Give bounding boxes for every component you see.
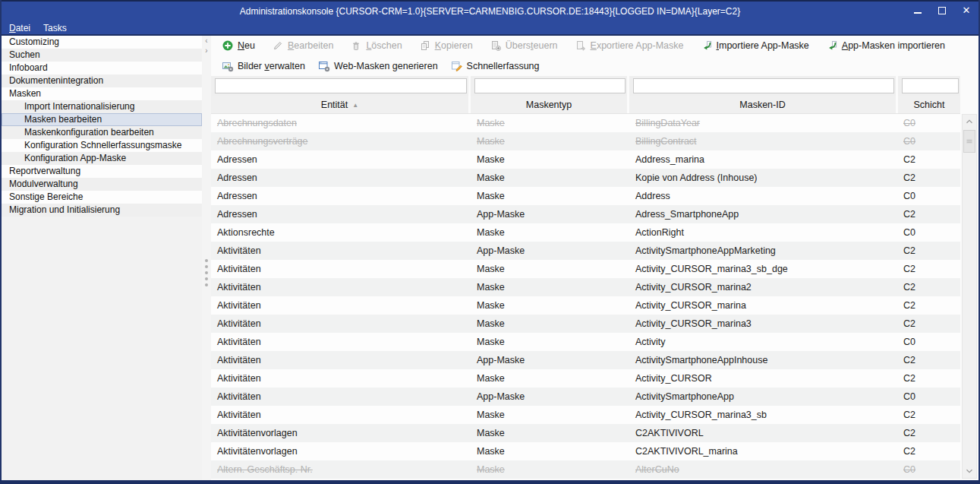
- toolbar-button-neu[interactable]: Neu: [222, 40, 255, 52]
- toolbar-button-kopieren[interactable]: Kopieren: [419, 40, 473, 52]
- filter-input-maskentyp[interactable]: [474, 78, 625, 93]
- scroll-up-button[interactable]: [963, 115, 976, 128]
- window-border-bottom[interactable]: [0, 480, 980, 484]
- sidebar-item-infoboard[interactable]: Infoboard: [2, 62, 202, 74]
- toolbar-button-label: Web-Masken generieren: [334, 61, 438, 71]
- sidebar-item-modulverwaltung[interactable]: Modulverwaltung: [2, 178, 202, 191]
- filter-cell: [629, 76, 898, 96]
- minimize-button[interactable]: [912, 5, 924, 17]
- sidebar-item-sonstige-bereiche[interactable]: Sonstige Bereiche: [2, 191, 202, 204]
- table-row[interactable]: AktionsrechteMaskeActionRightC0: [211, 223, 960, 242]
- chevron-up-icon: [964, 116, 975, 127]
- sidebar-splitter[interactable]: ‹ ›: [202, 36, 211, 480]
- cell-schicht: C0: [898, 187, 960, 205]
- filter-cell: [898, 76, 960, 96]
- maximize-button[interactable]: [936, 5, 948, 17]
- cell-entitaet: Altern. Geschäftsp. Nr.: [211, 460, 471, 479]
- table-row[interactable]: AktivitätenMaskeActivity_CURSOR_marina3_…: [211, 406, 960, 424]
- splitter-collapse-icon[interactable]: ‹: [202, 36, 211, 46]
- table-row[interactable]: AktivitätenMaskeActivity_CURSOR_marina3_…: [211, 260, 960, 278]
- cell-maskentyp: Maske: [471, 333, 629, 351]
- sidebar-item-reportverwaltung[interactable]: Reportverwaltung: [2, 165, 202, 178]
- cell-schicht: C2: [898, 169, 960, 187]
- sidebar-item-konfiguration-schnellerfassungsmaske[interactable]: Konfiguration Schnellerfassungsmaske: [2, 139, 202, 152]
- close-button[interactable]: ✕: [960, 5, 972, 17]
- toolbar-button-label: Löschen: [366, 40, 402, 51]
- table-row[interactable]: AktivitätenMaskeActivity_CURSOR_marina2C…: [211, 278, 960, 296]
- cell-schicht: C2: [898, 205, 960, 223]
- window-border-left[interactable]: [0, 0, 2, 484]
- sidebar-item-maskenkonfiguration-bearbeiten[interactable]: Maskenkonfiguration bearbeiten: [2, 126, 202, 139]
- table-row[interactable]: AktivitätenvorlagenMaskeC2AKTIVIVORL_mar…: [211, 442, 960, 460]
- toolbar-button-bearbeiten[interactable]: Bearbeiten: [272, 40, 333, 52]
- table-row[interactable]: AktivitätenApp-MaskeActivitySmartphoneAp…: [211, 242, 960, 260]
- column-header-label: Schicht: [914, 100, 945, 110]
- column-header-maskentyp[interactable]: Maskentyp: [471, 96, 629, 113]
- filter-input-masken-id[interactable]: [633, 78, 894, 93]
- import-icon: [826, 40, 838, 52]
- copy-icon: [419, 40, 431, 52]
- menu-item-datei[interactable]: Datei: [8, 23, 37, 33]
- toolbar-button-app-masken-importieren[interactable]: App-Masken importieren: [826, 40, 945, 52]
- sidebar-item-suchen[interactable]: Suchen: [2, 49, 202, 62]
- scroll-down-button[interactable]: [963, 464, 976, 478]
- table-row[interactable]: AktivitätenMaskeActivity_CURSORC2: [211, 369, 960, 388]
- content-area: CustomizingSuchenInfoboardDokumenteninte…: [2, 36, 978, 480]
- window-controls: ✕: [912, 0, 972, 21]
- cell-masken_id: Activity_CURSOR_marina3_sb: [629, 406, 898, 424]
- table-row[interactable]: AktivitätenvorlagenMaskeC2AKTIVIVORLC2: [211, 424, 960, 442]
- grid-filter-row: [211, 76, 960, 96]
- add-icon: [222, 40, 234, 52]
- table-row[interactable]: AbrechnungsverträgeMaskeBillingContractC…: [211, 132, 960, 150]
- scrollbar-thumb[interactable]: [963, 130, 975, 153]
- sidebar-item-import-internationalisierung[interactable]: Import Internationalisierung: [2, 100, 202, 113]
- table-row[interactable]: AktivitätenApp-MaskeActivitySmartphoneAp…: [211, 388, 960, 406]
- cell-masken_id: BillingDataYear: [629, 114, 898, 132]
- toolbar-button-löschen[interactable]: Löschen: [350, 40, 402, 52]
- cell-maskentyp: Maske: [471, 315, 629, 333]
- filter-input-entität[interactable]: [215, 78, 467, 93]
- sidebar-item-customizing[interactable]: Customizing: [2, 36, 202, 49]
- cell-schicht: C2: [898, 406, 960, 424]
- main-panel: NeuBearbeitenLöschenKopierenÜbersteuernE…: [211, 36, 978, 480]
- filter-input-schicht[interactable]: [902, 78, 959, 93]
- vertical-scrollbar[interactable]: [962, 114, 977, 479]
- sidebar-item-dokumentenintegration[interactable]: Dokumentenintegration: [2, 74, 202, 87]
- table-row[interactable]: AktivitätenMaskeActivityC0: [211, 333, 960, 351]
- column-header-schicht[interactable]: Schicht: [898, 96, 960, 113]
- sidebar-item-konfiguration-app-maske[interactable]: Konfiguration App-Maske: [2, 152, 202, 165]
- toolbar-button-web-masken-generieren[interactable]: Web-Masken generieren: [318, 60, 438, 72]
- table-row[interactable]: AktivitätenMaskeActivity_CURSOR_marinaC2: [211, 296, 960, 315]
- splitter-expand-icon[interactable]: ›: [202, 46, 211, 55]
- cell-maskentyp: Maske: [471, 460, 629, 479]
- toolbar-button-schnellerfassung[interactable]: Schnellerfassung: [451, 60, 540, 72]
- table-row[interactable]: AktivitätenApp-MaskeActivitySmartphoneAp…: [211, 351, 960, 369]
- toolbar-button-importiere-app-maske[interactable]: Importiere App-Maske: [701, 40, 809, 52]
- toolbar-button-label: Schnellerfassung: [467, 61, 540, 71]
- table-row[interactable]: AdressenApp-MaskeAdress_SmartphoneAppC2: [211, 205, 960, 223]
- toolbar-button-exportiere-app-maske[interactable]: Exportiere App-Maske: [575, 40, 684, 52]
- cell-entitaet: Aktionsrechte: [211, 223, 471, 242]
- cell-masken_id: Address_marina: [629, 150, 898, 169]
- column-header-masken-id[interactable]: Masken-ID: [629, 96, 898, 113]
- chevron-down-icon: [964, 466, 975, 476]
- table-row[interactable]: AktivitätenMaskeActivity_CURSOR_marina3C…: [211, 315, 960, 333]
- toolbar-button-übersteuern[interactable]: Übersteuern: [490, 40, 558, 52]
- table-row[interactable]: AdressenMaskeAddress_marinaC2: [211, 150, 960, 169]
- menu-separator: [0, 34, 980, 36]
- table-row[interactable]: AbrechnungsdatenMaskeBillingDataYearC0: [211, 114, 960, 132]
- sidebar-item-masken[interactable]: Masken: [2, 87, 202, 100]
- toolbar-button-bilder-verwalten[interactable]: Bilder verwalten: [222, 60, 305, 72]
- table-row[interactable]: AdressenMaskeAddressC0: [211, 187, 960, 205]
- sidebar-item-migration-und-initialisierung[interactable]: Migration und Initialisierung: [2, 204, 202, 217]
- cell-masken_id: ActionRight: [629, 223, 898, 242]
- sidebar-item-masken-bearbeiten[interactable]: Masken bearbeiten: [2, 113, 202, 126]
- cell-maskentyp: App-Maske: [471, 205, 629, 223]
- cell-schicht: C2: [898, 278, 960, 296]
- filter-cell: [471, 76, 629, 96]
- table-row[interactable]: AdressenMaskeKopie von Address (Inhouse)…: [211, 169, 960, 187]
- menu-item-tasks[interactable]: Tasks: [42, 23, 74, 33]
- sort-asc-icon: ▲: [352, 102, 358, 109]
- table-row[interactable]: Altern. Geschäftsp. Nr.MaskeAlterCuNoC0: [211, 460, 960, 479]
- column-header-entität[interactable]: Entität▲: [211, 96, 471, 113]
